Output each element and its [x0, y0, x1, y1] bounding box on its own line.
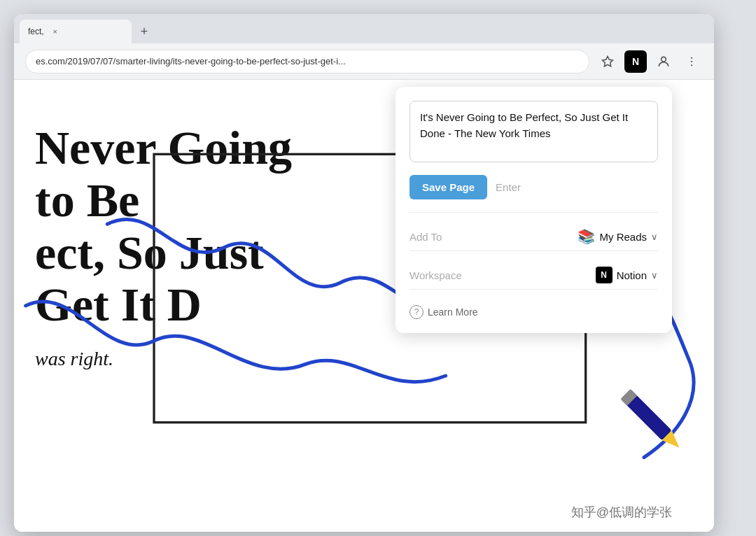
star-icon[interactable]	[596, 50, 619, 73]
help-icon: ?	[410, 305, 424, 319]
tab-bar: fect, × +	[14, 14, 714, 43]
learn-more-row[interactable]: ? Learn More	[410, 299, 658, 319]
add-to-value[interactable]: 📚 My Reads ∨	[578, 228, 658, 245]
svg-point-1	[662, 57, 666, 62]
active-tab[interactable]: fect, ×	[20, 20, 132, 43]
svg-marker-0	[603, 56, 613, 66]
toolbar-icons: N	[596, 50, 703, 73]
tab-title: fect,	[28, 27, 44, 36]
url-bar[interactable]: es.com/2019/07/07/smarter-living/its-nev…	[25, 50, 589, 73]
divider	[410, 212, 658, 213]
svg-point-4	[691, 64, 692, 66]
workspace-label: Workspace	[410, 269, 462, 281]
url-text: es.com/2019/07/07/smarter-living/its-nev…	[36, 56, 579, 66]
my-reads-chevron: ∨	[651, 232, 658, 242]
enter-hint: Enter	[496, 181, 521, 193]
address-bar: es.com/2019/07/07/smarter-living/its-nev…	[14, 43, 714, 80]
menu-icon[interactable]	[680, 50, 703, 73]
save-page-button[interactable]: Save Page	[410, 175, 487, 199]
add-to-label: Add To	[410, 231, 442, 243]
notion-extension-icon[interactable]: N	[624, 50, 647, 73]
svg-point-3	[691, 60, 692, 62]
notion-workspace-icon: N	[596, 267, 612, 283]
learn-more-text: Learn More	[428, 306, 478, 318]
page-content: Never Going to Be ect, So Just Get It D …	[14, 80, 714, 532]
account-icon[interactable]	[652, 50, 675, 73]
divider-3	[410, 289, 658, 290]
page-title-input[interactable]	[410, 101, 658, 162]
divider-2	[410, 251, 658, 251]
books-icon: 📚	[578, 228, 595, 245]
new-tab-button[interactable]: +	[134, 22, 154, 41]
tab-close-button[interactable]: ×	[50, 26, 61, 37]
watermark: 知乎@低调的学张	[571, 504, 672, 521]
svg-point-2	[691, 57, 692, 58]
save-row: Save Page Enter	[410, 175, 658, 199]
add-to-row: Add To 📚 My Reads ∨	[410, 223, 658, 251]
workspace-value[interactable]: N Notion ∨	[596, 267, 658, 283]
notion-label: Notion	[617, 269, 647, 281]
browser-window: fect, × + es.com/2019/07/07/smarter-livi…	[14, 14, 714, 532]
my-reads-label: My Reads	[599, 231, 647, 243]
notion-popup: Save Page Enter Add To 📚 My Reads ∨ Work…	[396, 87, 672, 333]
notion-chevron: ∨	[651, 270, 658, 281]
workspace-row: Workspace N Notion ∨	[410, 261, 658, 289]
